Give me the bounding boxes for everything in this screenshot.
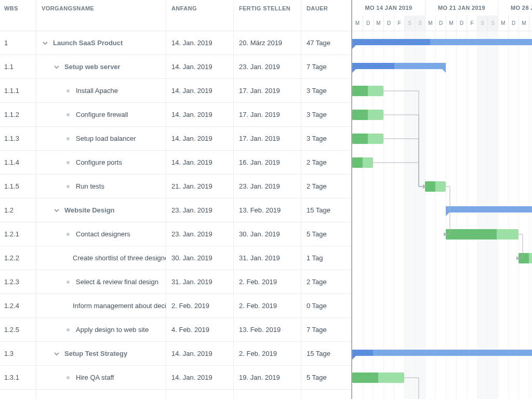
task-row[interactable]: 1.1.1Install Apache14. Jan. 201917. Jan.… <box>0 79 351 103</box>
task-row[interactable]: 1.3.1Hire QA staff14. Jan. 201919. Jan. … <box>0 366 351 390</box>
cell-name[interactable]: Configure ports <box>36 151 166 174</box>
cell-dur[interactable]: 3 Tage <box>301 127 351 150</box>
task-row[interactable]: 1.1.4Configure ports14. Jan. 201916. Jan… <box>0 151 351 175</box>
cell-name[interactable]: Write test specs <box>36 390 166 399</box>
cell-end[interactable]: 17. Jan. 2019 <box>234 127 301 150</box>
cell-start[interactable]: 23. Jan. 2019 <box>166 198 234 222</box>
task-row[interactable]: 1.2.4Inform management about decision2. … <box>0 294 351 318</box>
task-bar[interactable] <box>352 134 383 144</box>
cell-dur[interactable]: 10 Tage <box>301 390 351 399</box>
cell-dur[interactable]: 5 Tage <box>301 222 351 246</box>
task-row[interactable]: 1.2.5Apply design to web site4. Feb. 201… <box>0 318 351 342</box>
cell-end[interactable]: 2. Feb. 2019 <box>234 390 301 399</box>
task-bar[interactable] <box>518 253 532 263</box>
chevron-down-icon[interactable] <box>42 39 49 47</box>
cell-name[interactable]: Install Apache <box>36 79 166 102</box>
cell-dur[interactable]: 2 Tage <box>301 151 351 174</box>
cell-dur[interactable]: 5 Tage <box>301 366 351 389</box>
cell-end[interactable]: 19. Jan. 2019 <box>234 366 301 389</box>
cell-dur[interactable]: 3 Tage <box>301 79 351 102</box>
cell-start[interactable]: 14. Jan. 2019 <box>166 127 234 150</box>
cell-dur[interactable]: 7 Tage <box>301 318 351 341</box>
task-row[interactable]: 1.3.2Write test specs21. Jan. 20192. Feb… <box>0 390 351 399</box>
cell-end[interactable]: 13. Feb. 2019 <box>234 318 301 341</box>
col-dur[interactable]: DAUER <box>301 0 351 31</box>
cell-start[interactable]: 14. Jan. 2019 <box>166 151 234 174</box>
task-row[interactable]: 1.1Setup web server14. Jan. 201923. Jan.… <box>0 55 351 79</box>
cell-name[interactable]: Website Design <box>36 198 166 222</box>
task-row[interactable]: 1.2Website Design23. Jan. 201913. Feb. 2… <box>0 198 351 222</box>
cell-end[interactable]: 31. Jan. 2019 <box>234 246 301 270</box>
cell-name[interactable]: Configure firewall <box>36 103 166 126</box>
task-row[interactable]: 1.1.2Configure firewall14. Jan. 201917. … <box>0 103 351 127</box>
cell-start[interactable]: 14. Jan. 2019 <box>166 55 234 78</box>
cell-name[interactable]: Select & review final design <box>36 270 166 294</box>
cell-dur[interactable]: 2 Tage <box>301 175 351 198</box>
col-name[interactable]: VORGANGSNAME <box>36 0 166 31</box>
cell-start[interactable]: 31. Jan. 2019 <box>166 270 234 294</box>
cell-name[interactable]: Setup Test Strategy <box>36 342 166 365</box>
cell-name[interactable]: Contact designers <box>36 222 166 246</box>
cell-start[interactable]: 14. Jan. 2019 <box>166 342 234 365</box>
task-row[interactable]: 1.3Setup Test Strategy14. Jan. 20192. Fe… <box>0 342 351 366</box>
cell-dur[interactable]: 15 Tage <box>301 198 351 222</box>
cell-dur[interactable]: 2 Tage <box>301 270 351 294</box>
chevron-down-icon[interactable] <box>53 350 60 357</box>
cell-start[interactable]: 14. Jan. 2019 <box>166 366 234 389</box>
cell-start[interactable]: 4. Feb. 2019 <box>166 318 234 341</box>
cell-start[interactable]: 21. Jan. 2019 <box>166 175 234 198</box>
cell-end[interactable]: 30. Jan. 2019 <box>234 222 301 246</box>
cell-name[interactable]: Create shortlist of three designers <box>36 246 166 270</box>
cell-start[interactable]: 2. Feb. 2019 <box>166 294 234 317</box>
task-bar[interactable] <box>352 110 383 120</box>
task-bar[interactable] <box>352 157 373 168</box>
cell-dur[interactable]: 0 Tage <box>301 294 351 317</box>
cell-name[interactable]: Hire QA staff <box>36 366 166 389</box>
cell-end[interactable]: 23. Jan. 2019 <box>234 55 301 78</box>
cell-name[interactable]: Apply design to web site <box>36 318 166 341</box>
summary-bar[interactable] <box>352 39 532 45</box>
task-row[interactable]: 1.2.2Create shortlist of three designers… <box>0 246 351 270</box>
task-row[interactable]: 1.1.3Setup load balancer14. Jan. 201917.… <box>0 127 351 151</box>
summary-bar[interactable] <box>446 206 532 212</box>
cell-dur[interactable]: 15 Tage <box>301 342 351 365</box>
task-row[interactable]: 1.2.1Contact designers23. Jan. 201930. J… <box>0 222 351 246</box>
task-bar[interactable] <box>352 86 383 96</box>
chevron-down-icon[interactable] <box>53 63 60 71</box>
cell-end[interactable]: 23. Jan. 2019 <box>234 175 301 198</box>
cell-start[interactable]: 14. Jan. 2019 <box>166 31 234 55</box>
cell-dur[interactable]: 47 Tage <box>301 31 351 55</box>
cell-end[interactable]: 17. Jan. 2019 <box>234 103 301 126</box>
cell-end[interactable]: 2. Feb. 2019 <box>234 270 301 294</box>
cell-name[interactable]: Setup web server <box>36 55 166 78</box>
cell-dur[interactable]: 7 Tage <box>301 55 351 78</box>
col-wbs[interactable]: WBS <box>0 0 36 31</box>
cell-name[interactable]: Setup load balancer <box>36 127 166 150</box>
col-start[interactable]: ANFANG <box>166 0 234 31</box>
cell-end[interactable]: 2. Feb. 2019 <box>234 342 301 365</box>
task-row[interactable]: 1.2.3Select & review final design31. Jan… <box>0 270 351 294</box>
task-row[interactable]: 1Launch SaaS Product14. Jan. 201920. Mär… <box>0 31 351 55</box>
cell-name[interactable]: Run tests <box>36 175 166 198</box>
cell-end[interactable]: 13. Feb. 2019 <box>234 198 301 222</box>
summary-bar[interactable] <box>352 63 446 69</box>
summary-bar[interactable] <box>352 350 532 356</box>
cell-end[interactable]: 2. Feb. 2019 <box>234 294 301 317</box>
cell-name[interactable]: Inform management about decision <box>36 294 166 317</box>
chevron-down-icon[interactable] <box>53 207 60 214</box>
cell-start[interactable]: 14. Jan. 2019 <box>166 103 234 126</box>
col-end[interactable]: FERTIG STELLEN <box>234 0 301 31</box>
task-bar[interactable] <box>352 373 404 383</box>
cell-dur[interactable]: 3 Tage <box>301 103 351 126</box>
cell-start[interactable]: 21. Jan. 2019 <box>166 390 234 399</box>
cell-end[interactable]: 20. März 2019 <box>234 31 301 55</box>
cell-dur[interactable]: 1 Tag <box>301 246 351 270</box>
chart-body[interactable] <box>352 31 532 399</box>
cell-start[interactable]: 14. Jan. 2019 <box>166 79 234 102</box>
cell-name[interactable]: Launch SaaS Product <box>36 31 166 55</box>
cell-start[interactable]: 23. Jan. 2019 <box>166 222 234 246</box>
cell-end[interactable]: 16. Jan. 2019 <box>234 151 301 174</box>
task-row[interactable]: 1.1.5Run tests21. Jan. 201923. Jan. 2019… <box>0 175 351 198</box>
cell-start[interactable]: 30. Jan. 2019 <box>166 246 234 270</box>
task-bar[interactable] <box>446 229 518 240</box>
